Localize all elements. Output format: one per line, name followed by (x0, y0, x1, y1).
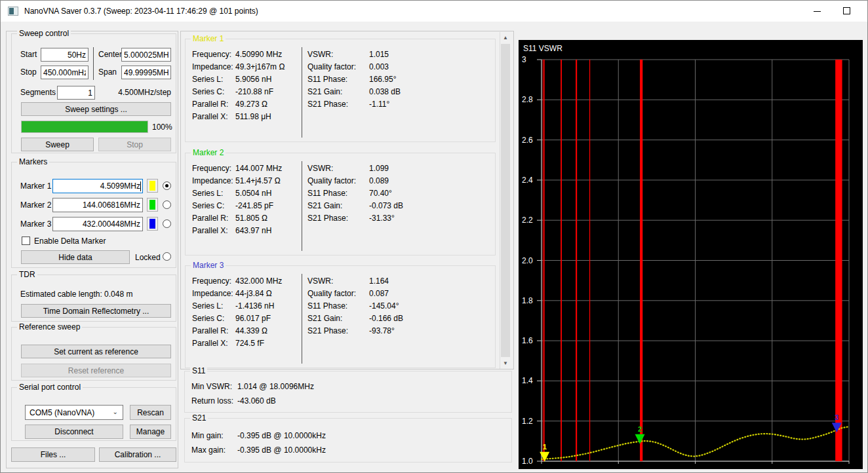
field-value: 166.95° (369, 75, 397, 84)
segments-input[interactable] (57, 86, 95, 100)
marker-2-right-fields: VSWR:1.099 Quality factor:0.089 S11 Phas… (307, 162, 403, 225)
field-value: -210.88 nF (235, 87, 273, 96)
vertical-scrollbar[interactable]: ▲ ▼ (500, 32, 511, 369)
marker-3-color-swatch[interactable] (147, 217, 158, 231)
field-value: 49.3+j167m Ω (235, 62, 285, 71)
s11-info-group: S11 Min VSWR:1.014 @ 18.0096MHz Return l… (184, 371, 512, 413)
marker-1-details-title: Marker 1 (191, 34, 226, 43)
files-button[interactable]: Files ... (11, 447, 95, 462)
manage-button[interactable]: Manage (130, 425, 171, 439)
field-value: -241.85 pF (235, 201, 273, 210)
reference-sweep-title: Reference sweep (17, 322, 82, 331)
app-icon (8, 7, 18, 16)
marker-number-label: 2 (638, 425, 642, 433)
serial-port-dropdown[interactable]: COM5 (NanoVNA) ⌄ (25, 405, 123, 420)
marker-2-select-radio[interactable] (163, 200, 171, 209)
marker-3-select-radio[interactable] (163, 219, 171, 228)
field-value: 0.003 (369, 62, 389, 71)
y-tick-label: 2.8 (522, 95, 533, 104)
start-label: Start (20, 50, 37, 59)
sweep-settings-button[interactable]: Sweep settings ... (21, 102, 171, 116)
field-value: 5.0504 nH (235, 189, 271, 198)
locked-radio[interactable] (163, 252, 171, 261)
maximize-button[interactable] (832, 1, 862, 22)
field-label: Parallel R: (192, 325, 235, 337)
field-value: 724.5 fF (235, 339, 264, 348)
panel-divider (302, 161, 302, 251)
marker-3-label: Marker 3 (20, 219, 51, 229)
scroll-up-icon[interactable]: ▲ (500, 32, 511, 43)
field-value: 44.339 Ω (235, 326, 267, 335)
maximize-icon (843, 7, 850, 14)
field-value: 44-j3.84 Ω (235, 289, 272, 298)
stop-input[interactable] (41, 66, 89, 79)
field-label: Series C: (192, 312, 235, 325)
field-value: -145.04° (369, 301, 399, 311)
enable-delta-marker-checkbox[interactable] (22, 236, 30, 245)
stop-label: Stop (20, 67, 37, 77)
marker-2-left-fields: Frequency:144.007 MHz Impedance:51.4+j4.… (192, 162, 282, 237)
reset-reference-button: Reset reference (21, 364, 171, 377)
marker-3-details-title: Marker 3 (191, 261, 226, 270)
marker-1-select-radio[interactable] (163, 181, 171, 190)
s21-info-title: S21 (190, 413, 208, 423)
serial-port-value: COM5 (NanoVNA) (30, 408, 94, 417)
marker-number-label: 1 (543, 443, 547, 451)
s11-vswr-chart[interactable]: S11 VSWR32.82.62.42.22.01.81.61.41.21.01… (519, 40, 863, 469)
set-reference-button[interactable]: Set current as reference (21, 345, 171, 358)
field-label: Impedance: (192, 61, 235, 73)
frequency-band-line (589, 60, 590, 461)
sweep-button[interactable]: Sweep (21, 138, 94, 151)
panel-divider (302, 47, 302, 138)
markers-title: Markers (17, 157, 49, 166)
field-label: Quality factor: (307, 61, 369, 73)
y-tick-label: 1.8 (522, 296, 533, 305)
field-value: -1.4136 nH (235, 301, 274, 311)
marker-2-label: Marker 2 (20, 200, 51, 210)
marker-2-input[interactable] (52, 198, 143, 212)
y-tick-label: 1.4 (522, 376, 533, 385)
field-value: 1.015 (369, 50, 389, 59)
marker-3-left-fields: Frequency:432.000 MHz Impedance:44-j3.84… (192, 275, 282, 350)
text-caret (140, 181, 141, 191)
calibration-button[interactable]: Calibration ... (99, 447, 176, 462)
start-input[interactable] (41, 48, 89, 62)
field-label: S21 Gain: (307, 86, 369, 98)
minimize-button[interactable] (802, 1, 832, 22)
marker-3-input[interactable] (52, 217, 143, 231)
hide-data-button[interactable]: Hide data (21, 250, 130, 264)
field-value: 511.98 μH (235, 112, 271, 121)
rescan-button[interactable]: Rescan (130, 405, 171, 420)
disconnect-button[interactable]: Disconnect (25, 425, 123, 439)
marker-1-input[interactable] (52, 179, 143, 193)
y-tick-label: 3 (522, 55, 526, 64)
s21-info-group: S21 Min gain:-0.395 dB @ 10.0000kHz Max … (184, 418, 512, 463)
tdr-button[interactable]: Time Domain Reflectometry ... (21, 304, 171, 318)
marker-2-color-chip (149, 200, 155, 210)
locked-label: Locked (135, 253, 161, 262)
field-label: Series C: (192, 200, 235, 212)
field-label: S21 Phase: (307, 325, 369, 337)
scroll-down-icon[interactable]: ▼ (500, 358, 511, 369)
y-tick-label: 1.0 (522, 457, 533, 466)
span-input[interactable] (121, 66, 171, 79)
field-label: VSWR: (307, 275, 369, 288)
y-tick-label: 2.0 (522, 256, 533, 265)
field-label: S11 Phase: (307, 73, 369, 86)
field-label: Parallel X: (192, 111, 235, 123)
marker-triangle[interactable] (540, 452, 549, 462)
center-label: Center (98, 50, 122, 59)
marker-2-details-panel: Marker 2 Frequency:144.007 MHz Impedance… (185, 153, 496, 255)
frequency-band-line (543, 60, 543, 461)
field-value: 0.089 (369, 176, 389, 185)
vswr-chart-svg: S11 VSWR32.82.62.42.22.01.81.61.41.21.01… (519, 40, 863, 469)
marker-2-color-swatch[interactable] (147, 198, 158, 212)
field-label: S21 Phase: (307, 98, 369, 111)
field-value: 0.087 (369, 289, 389, 298)
scrollbar-thumb[interactable] (501, 44, 510, 357)
center-input[interactable] (121, 48, 171, 62)
marker-1-color-swatch[interactable] (147, 179, 158, 193)
markers-group: Markers Marker 1 Marker 2 Marker 3 Enabl… (11, 162, 176, 268)
field-value: 144.007 MHz (235, 164, 282, 173)
tdr-group: TDR Estimated cable length: 0.048 m Time… (11, 274, 176, 322)
